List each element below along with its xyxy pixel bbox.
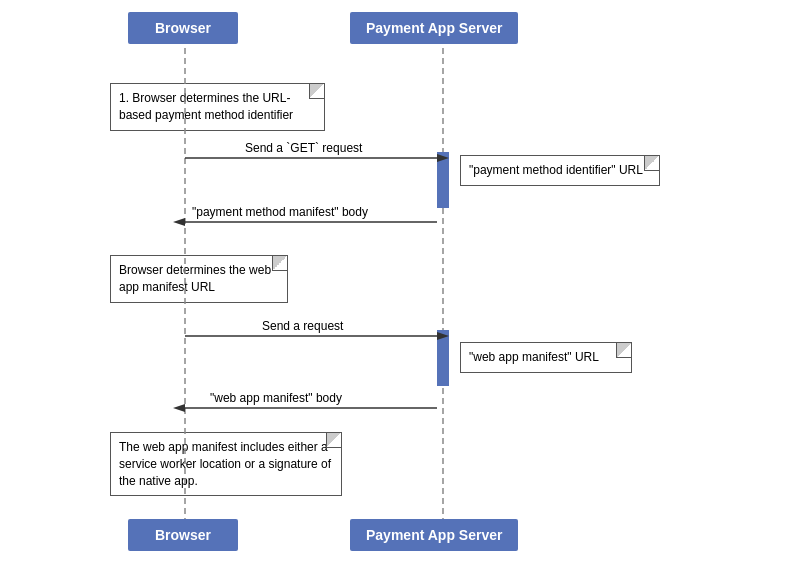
server-bottom-actor: Payment App Server	[350, 519, 518, 551]
note-manifest-includes: The web app manifest includes either a s…	[110, 432, 342, 496]
svg-marker-14	[173, 404, 185, 412]
svg-rect-2	[437, 152, 449, 208]
browser-top-actor: Browser	[128, 12, 238, 44]
note-url-identifier: 1. Browser determines the URL-based paym…	[110, 83, 325, 131]
svg-text:Send a `GET` request: Send a `GET` request	[245, 141, 363, 155]
svg-marker-8	[173, 218, 185, 226]
svg-text:"payment method manifest" body: "payment method manifest" body	[192, 205, 368, 219]
svg-text:"web app manifest" body: "web app manifest" body	[210, 391, 342, 405]
svg-rect-3	[437, 330, 449, 386]
note-web-app-manifest-url: Browser determines the web app manifest …	[110, 255, 288, 303]
server-top-actor: Payment App Server	[350, 12, 518, 44]
diagram-container: Browser Payment App Server Browser Payme…	[0, 0, 800, 587]
svg-marker-11	[437, 332, 449, 340]
svg-text:Send a request: Send a request	[262, 319, 344, 333]
note-web-app-url: "web app manifest" URL	[460, 342, 632, 373]
svg-marker-5	[437, 154, 449, 162]
browser-bottom-actor: Browser	[128, 519, 238, 551]
note-payment-method-url: "payment method identifier" URL	[460, 155, 660, 186]
